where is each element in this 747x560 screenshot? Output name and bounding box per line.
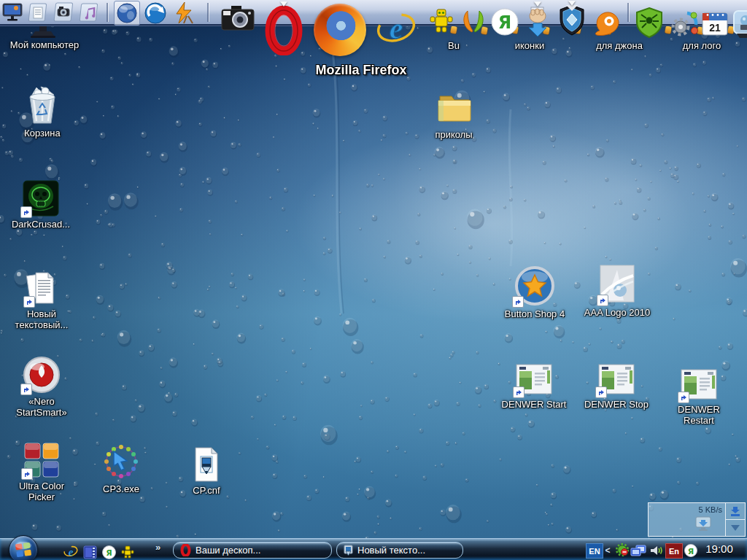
shortcut-arrow-icon bbox=[20, 384, 32, 395]
dock-item-glass-cube[interactable] bbox=[731, 9, 747, 39]
dock-item-documents-folder[interactable] bbox=[25, 1, 48, 23]
chevron-down-icon bbox=[731, 525, 740, 531]
dock-item-sync-sphere[interactable] bbox=[143, 1, 168, 25]
svg-text:21: 21 bbox=[709, 22, 721, 34]
running-indicator bbox=[568, 1, 576, 6]
shortcut-arrow-icon bbox=[21, 468, 33, 480]
speaker-icon bbox=[649, 544, 664, 557]
shortcut-arrow-icon bbox=[513, 386, 525, 398]
media-app-icon bbox=[83, 545, 97, 559]
dock-item-opera[interactable] bbox=[263, 4, 305, 55]
desktop-icon-my-computer[interactable]: Мой компьютер bbox=[4, 39, 85, 50]
desktop-icon-denwer-stop[interactable]: DENWER Stop bbox=[583, 356, 650, 410]
tray-punto-indicator[interactable]: En bbox=[665, 543, 683, 559]
task-button-opera[interactable]: Ваши дескоп... bbox=[173, 542, 332, 559]
desktop-icon-nero-startsmart[interactable]: «Nero StartSmart» bbox=[8, 353, 75, 419]
qip-icon bbox=[427, 7, 455, 35]
dock-item-drweb[interactable] bbox=[633, 7, 665, 39]
icon-label: Button Shop 4 bbox=[501, 308, 568, 319]
dock-item-monitor[interactable] bbox=[1, 1, 23, 23]
dock-item-internet-explorer[interactable]: e bbox=[375, 9, 417, 50]
tray-yandex-icon[interactable]: Я bbox=[683, 543, 699, 557]
task-button-text-document[interactable]: Новый тексто... bbox=[336, 542, 463, 559]
network-monitors-icon bbox=[630, 544, 646, 557]
tray-antivirus-icon[interactable] bbox=[614, 543, 630, 557]
desktop-icon-aaa-logo[interactable]: AAA Logo 2010 bbox=[584, 264, 651, 318]
desktop-icon-denwer-start[interactable]: DENWER Start bbox=[500, 356, 568, 410]
icon-label: DarkCrusad... bbox=[7, 219, 74, 230]
icon-label: Ultra Color Picker bbox=[8, 481, 75, 503]
quicklaunch-internet-explorer[interactable]: e bbox=[63, 545, 79, 559]
dock-item-hand-download[interactable] bbox=[522, 4, 553, 38]
dock-item-globe[interactable] bbox=[114, 1, 140, 26]
download-button[interactable] bbox=[726, 503, 745, 520]
tray-collapse-chevron[interactable]: < bbox=[603, 543, 612, 557]
desktop-icon-dlya-logo[interactable]: для лого bbox=[665, 40, 738, 51]
tray-network-icon[interactable] bbox=[630, 543, 646, 557]
download-monitor-icon bbox=[694, 516, 713, 533]
desktop-icon-recycle-bin[interactable]: Корзина bbox=[9, 85, 76, 139]
dock-item-calendar[interactable]: 21 bbox=[700, 9, 729, 38]
dock-item-badge[interactable] bbox=[556, 4, 588, 37]
dock-item-music-folder[interactable] bbox=[76, 1, 99, 23]
icon-label: CP3.exe bbox=[88, 483, 155, 494]
gears-settings-icon bbox=[668, 9, 699, 38]
music-folder-icon bbox=[76, 1, 99, 23]
shortcut-arrow-icon bbox=[512, 296, 524, 308]
shortcut-arrow-icon bbox=[23, 296, 35, 308]
shortcut-arrow-icon bbox=[20, 206, 32, 218]
icon-label: CP.cnf bbox=[173, 485, 240, 496]
start-button[interactable] bbox=[9, 535, 38, 560]
dock-item-firefox[interactable] bbox=[314, 4, 366, 56]
desktop-icon-bu[interactable]: Bu bbox=[425, 40, 483, 51]
dock-item-orange-swirl[interactable] bbox=[592, 9, 623, 38]
dock-item-wings[interactable] bbox=[460, 9, 487, 35]
collapse-button[interactable] bbox=[726, 520, 745, 536]
desktop-icon-prikoly-folder[interactable]: приколы bbox=[420, 86, 487, 140]
shortcut-arrow-icon bbox=[678, 392, 689, 403]
desktop-icon-button-shop[interactable]: Button Shop 4 bbox=[501, 265, 568, 319]
quicklaunch-yandex[interactable]: Я bbox=[101, 545, 117, 559]
desktop-icon-ikonki[interactable]: иконки bbox=[493, 40, 566, 51]
desktop-icon-new-text-document[interactable]: Новый текстовый... bbox=[8, 265, 75, 331]
desktop-icon-cp-cnf[interactable]: CP.cnf bbox=[173, 442, 240, 496]
dock-item-settings-gears[interactable] bbox=[668, 9, 699, 38]
yandex-icon: Я bbox=[490, 7, 519, 36]
dock-item-yandex[interactable]: Я bbox=[490, 7, 519, 36]
icon-label: Корзина bbox=[9, 128, 76, 139]
qip-icon bbox=[121, 545, 134, 559]
hand-download-icon bbox=[522, 4, 553, 38]
opera-icon bbox=[263, 4, 305, 55]
desktop-icon-darkcrusade[interactable]: DarkCrusad... bbox=[7, 176, 74, 230]
documents-folder-icon bbox=[25, 1, 48, 23]
tray-volume-icon[interactable] bbox=[649, 543, 665, 557]
calendar-icon: 21 bbox=[700, 9, 729, 38]
pictures-folder-icon bbox=[50, 1, 74, 23]
document-pencil-icon bbox=[344, 545, 353, 556]
glass-cube-icon bbox=[731, 9, 747, 39]
internet-explorer-icon: e bbox=[63, 545, 78, 559]
desktop-icon-denwer-restart[interactable]: DENWER Restart bbox=[665, 361, 732, 427]
camera-icon bbox=[220, 3, 255, 34]
dock-item-lightning[interactable] bbox=[172, 1, 197, 25]
drweb-shield-icon bbox=[633, 7, 665, 39]
desktop-icon-cp3-exe[interactable]: CP3.exe bbox=[88, 440, 155, 494]
svg-text:e: e bbox=[390, 12, 403, 45]
quicklaunch-overflow-chevron[interactable]: » bbox=[155, 542, 160, 553]
svg-text:Я: Я bbox=[106, 548, 112, 558]
tray-language-indicator[interactable]: EN bbox=[586, 543, 603, 559]
folder-icon bbox=[434, 90, 473, 127]
dock-item-qip[interactable] bbox=[427, 7, 455, 35]
tray-clock[interactable]: 19:00 bbox=[699, 542, 740, 555]
desktop-icon-dlya-dzhona[interactable]: для джона bbox=[579, 40, 659, 51]
quicklaunch-qip[interactable] bbox=[120, 545, 136, 559]
icon-label: приколы bbox=[420, 129, 487, 140]
download-widget-body[interactable]: 5 KB/s bbox=[649, 503, 725, 536]
quicklaunch-media-app[interactable] bbox=[82, 545, 98, 559]
dock-item-pictures-folder[interactable] bbox=[50, 1, 74, 23]
globe-icon bbox=[115, 2, 139, 24]
desktop-icon-ultra-color-picker[interactable]: Ultra Color Picker bbox=[8, 438, 75, 503]
running-indicator bbox=[280, 1, 287, 7]
download-speed: 5 KB/s bbox=[699, 505, 722, 514]
dock-item-camera[interactable] bbox=[220, 3, 255, 34]
